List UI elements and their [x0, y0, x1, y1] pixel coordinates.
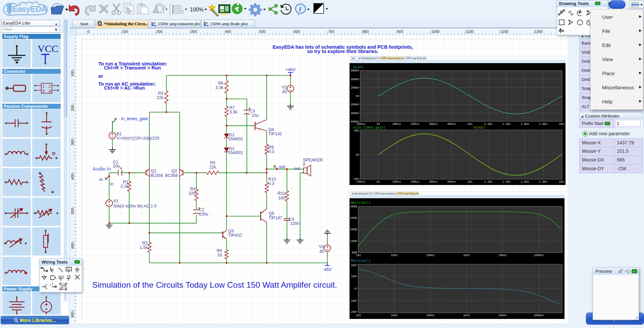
- svg-text:1.2ms: 1.2ms: [484, 123, 493, 126]
- svg-text:BC558: BC558: [150, 173, 163, 178]
- svg-text:1KHz: 1KHz: [463, 314, 470, 317]
- svg-text:C3: C3: [250, 109, 255, 113]
- svg-text:400: 400: [225, 30, 231, 34]
- svg-text:300: 300: [70, 139, 74, 145]
- svg-text:SIN(0 420m 0k) AC 1 0: SIN(0 420m 0k) AC 1 0: [113, 204, 157, 208]
- svg-text:0.3: 0.3: [268, 149, 274, 154]
- svg-text:800: 800: [70, 312, 74, 318]
- svg-text:200us: 200us: [392, 123, 401, 126]
- svg-text:in: in: [99, 177, 103, 182]
- svg-text:100: 100: [70, 71, 74, 77]
- svg-text:1.6ms: 1.6ms: [521, 123, 529, 126]
- svg-text:-200us: -200us: [355, 123, 366, 126]
- svg-text:300: 300: [191, 30, 197, 34]
- svg-text:Audio In: Audio In: [93, 166, 111, 172]
- svg-text:EasyEDA: EasyEDA: [12, 4, 47, 13]
- svg-text:100: 100: [122, 30, 128, 34]
- svg-text:8: 8: [303, 162, 305, 167]
- svg-text:800us: 800us: [447, 123, 456, 126]
- svg-text:100u: 100u: [199, 212, 208, 217]
- svg-text:800us: 800us: [447, 180, 456, 184]
- svg-text:30dB: 30dB: [350, 217, 357, 220]
- svg-text:400: 400: [70, 174, 74, 180]
- svg-text:100°: 100°: [351, 275, 358, 278]
- svg-text:0s: 0s: [377, 123, 380, 126]
- svg-text:-100°: -100°: [349, 299, 358, 303]
- svg-text:R6: R6: [218, 81, 223, 86]
- svg-text:1.2ms: 1.2ms: [484, 180, 493, 184]
- svg-text:400mV: 400mV: [351, 78, 359, 81]
- svg-text:3.3k: 3.3k: [215, 85, 223, 90]
- svg-text:-400mV: -400mV: [349, 112, 360, 115]
- svg-text:R11: R11: [278, 191, 285, 196]
- svg-text:1KHz: 1KHz: [463, 254, 470, 257]
- svg-text:DB(v(out)): DB(v(out)): [351, 201, 371, 205]
- svg-text:150W amp transient plot: 150W amp transient plot: [374, 192, 399, 195]
- svg-text:10u: 10u: [113, 164, 120, 169]
- svg-text:or: or: [98, 74, 103, 79]
- svg-text:10KHz: 10KHz: [498, 254, 507, 257]
- svg-text:v(out): v(out): [473, 126, 485, 130]
- svg-text:+5: +5: [67, 275, 71, 278]
- svg-text:500: 500: [70, 208, 74, 214]
- svg-text:1N4001: 1N4001: [228, 150, 243, 155]
- svg-text:2ms: 2ms: [559, 180, 564, 184]
- svg-text:R1: R1: [123, 180, 128, 184]
- svg-text:R8: R8: [217, 248, 222, 253]
- svg-text:100: 100: [278, 196, 285, 200]
- svg-text:in_times_gain: in_times_gain: [121, 116, 148, 121]
- svg-text:22k: 22k: [209, 165, 216, 170]
- svg-text:100Hz: 100Hz: [426, 254, 435, 257]
- svg-text:out: out: [294, 166, 300, 171]
- svg-text:V=V(in)*(220+22k)/220: V=V(in)*(220+22k)/220: [116, 136, 159, 141]
- svg-text:200mV: 200mV: [351, 86, 359, 90]
- svg-text:1N4001: 1N4001: [228, 137, 243, 141]
- svg-text:200°: 200°: [351, 264, 358, 267]
- svg-text:10dB: 10dB: [350, 240, 357, 243]
- svg-text:R10: R10: [268, 177, 276, 182]
- svg-text:500: 500: [260, 30, 266, 34]
- svg-text:R5: R5: [210, 160, 215, 165]
- svg-text:in: in: [110, 182, 113, 186]
- svg-text:10u: 10u: [252, 113, 259, 118]
- svg-text:3: 3: [42, 89, 45, 94]
- svg-text:100KHz: 100KHz: [534, 254, 544, 257]
- svg-text:220n: 220n: [290, 221, 300, 226]
- svg-text:700: 700: [328, 30, 334, 34]
- svg-text:0V: 0V: [356, 95, 360, 98]
- svg-text:600us: 600us: [429, 123, 438, 126]
- svg-text:2: 2: [49, 84, 51, 89]
- svg-text:Ctrl+R > AC >Run: Ctrl+R > AC >Run: [104, 85, 145, 91]
- svg-text:so try to explore their librar: so try to explore their libraries.: [307, 49, 379, 54]
- svg-text:i: i: [299, 5, 301, 12]
- svg-text:SPEAKER: SPEAKER: [303, 158, 323, 162]
- svg-text:v(in_times_gain): v(in_times_gain): [353, 126, 385, 130]
- svg-text:R7: R7: [229, 105, 235, 110]
- svg-text:C2: C2: [199, 207, 204, 212]
- svg-text:1000: 1000: [431, 30, 439, 34]
- svg-text:TIP147: TIP147: [269, 216, 282, 220]
- svg-text:1.6ms: 1.6ms: [521, 180, 529, 184]
- svg-text:20dB: 20dB: [350, 228, 357, 231]
- svg-text:1: 1: [52, 282, 53, 285]
- svg-text:0.3: 0.3: [268, 181, 274, 186]
- svg-text:R2: R2: [142, 241, 148, 245]
- svg-text:-200mV: -200mV: [349, 103, 360, 106]
- svg-text:4: 4: [49, 89, 51, 94]
- svg-text:V1: V1: [113, 199, 118, 203]
- svg-text:VCC: VCC: [58, 275, 65, 278]
- svg-text:900: 900: [397, 30, 403, 34]
- svg-text:Q2: Q2: [171, 169, 177, 173]
- svg-text:1.4ms: 1.4ms: [502, 180, 511, 184]
- svg-text:1Hz: 1Hz: [356, 314, 361, 317]
- svg-text:BC558: BC558: [165, 173, 178, 178]
- svg-text:45: 45: [282, 90, 287, 94]
- svg-text:0V: 0V: [356, 153, 360, 157]
- svg-text:50V: 50V: [354, 129, 360, 133]
- svg-text:150W amp Bode plot: 150W amp Bode plot: [397, 192, 419, 195]
- svg-text:400us: 400us: [411, 180, 420, 184]
- svg-text:0°: 0°: [355, 287, 358, 291]
- svg-text:600mV: 600mV: [351, 69, 359, 73]
- svg-text:400us: 400us: [411, 123, 420, 126]
- svg-text:600us: 600us: [429, 180, 438, 184]
